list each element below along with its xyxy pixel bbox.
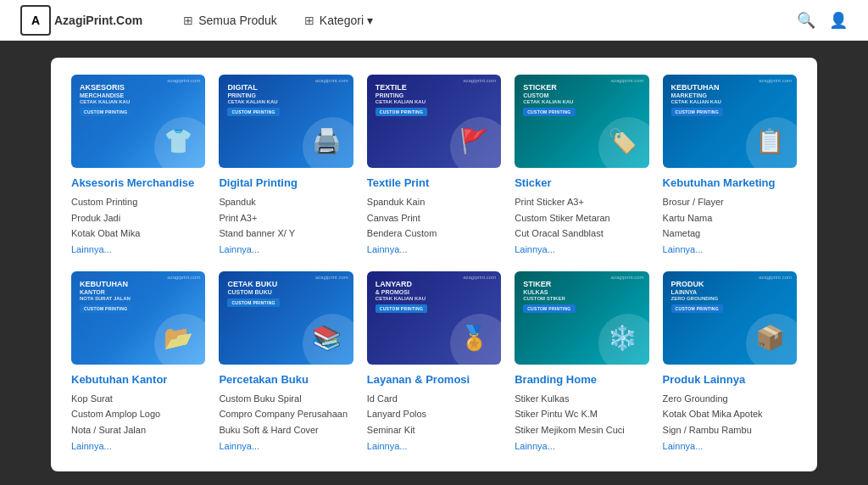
category-card-textile[interactable]: azagiprint.com TEXTILEPRINTING CETAK KAL… [367, 75, 501, 258]
more-link-kantor[interactable]: Lainnya... [71, 441, 112, 451]
cat-btn-kantor[interactable]: CUSTOM PRINTING [80, 304, 131, 313]
category-card-kantor[interactable]: azagiprint.com KEBUTUHANKANTOR NOTA SURA… [71, 271, 205, 454]
product-icon-digital: 🖨️ [303, 118, 350, 164]
grid2-icon: ⊞ [304, 14, 314, 27]
nav-kategori[interactable]: ⊞ Kategori ▾ [291, 0, 387, 41]
more-link-digital[interactable]: Lainnya... [219, 244, 259, 254]
category-items-marketing: Brosur / FlayerKartu NamaNametag Lainnya… [663, 194, 797, 258]
list-item: Buku Soft & Hard Cover [219, 422, 353, 438]
category-image-textile: azagiprint.com TEXTILEPRINTING CETAK KAL… [367, 75, 501, 168]
more-link-buku[interactable]: Lainnya... [219, 441, 259, 451]
category-items-digital: SpandukPrint A3+Stand banner X/ Y Lainny… [219, 194, 353, 258]
list-item: Stiker Kulkas [515, 391, 648, 407]
category-card-lanyard[interactable]: azagiprint.com LANYARD& PROMOSI CETAK KA… [367, 271, 501, 454]
category-title-buku: Percetakan Buku [219, 373, 353, 386]
category-items-kantor: Kop SuratCustom Amplop LogoNota / Surat … [71, 391, 205, 454]
category-items-lainnya: Zero GroundingKotak Obat Mika ApotekSign… [663, 391, 797, 454]
search-icon[interactable]: 🔍 [797, 11, 815, 30]
category-image-buku: azagiprint.com CETAK BUKUCUSTOM BUKU CUS… [219, 271, 353, 365]
watermark: azagiprint.com [315, 78, 348, 83]
list-item: Custom Buku Spiral [219, 391, 353, 407]
category-title-textile: Textile Print [367, 176, 501, 189]
category-card-digital[interactable]: azagiprint.com DIGITALPRINTING CETAK KAL… [219, 75, 353, 258]
logo-letter: A [31, 14, 40, 27]
more-link-lainnya[interactable]: Lainnya... [663, 441, 704, 451]
watermark: azagiprint.com [463, 78, 496, 83]
more-link-sticker[interactable]: Lainnya... [515, 244, 555, 254]
cat-btn-textile[interactable]: CUSTOM PRINTING [376, 108, 427, 116]
list-item: Nota / Surat Jalan [71, 422, 205, 438]
category-card-kulkas[interactable]: azagiprint.com STIKERKULKAS CUSTOM STIKE… [515, 271, 648, 454]
list-item: Kop Surat [71, 391, 205, 407]
list-item: Custom Stiker Metaran [515, 210, 648, 226]
list-item: Brosur / Flayer [663, 194, 797, 210]
category-items-aksesoris: Custom PrintingProduk JadiKotak Obat Mik… [71, 194, 205, 258]
list-item: Kotak Obat Mika [71, 226, 205, 242]
categories-grid: azagiprint.com AKSESORISMERCHANDISE CETA… [71, 75, 797, 454]
list-item: Cut Oracal Sandblast [515, 226, 648, 242]
product-icon-buku: 📚 [303, 315, 350, 361]
cat-btn-sticker[interactable]: CUSTOM PRINTING [523, 108, 575, 116]
cat-label-buku: CETAK BUKUCUSTOM BUKU CUSTOM PRINTING [227, 280, 279, 307]
product-icon-sticker: 🏷️ [599, 118, 646, 164]
nav-semua-produk[interactable]: ⊞ Semua Produk [170, 0, 291, 41]
category-items-sticker: Print Sticker A3+Custom Stiker MetaranCu… [515, 194, 648, 258]
list-item: Lanyard Polos [367, 406, 501, 422]
watermark: azagiprint.com [315, 275, 348, 280]
more-link-marketing[interactable]: Lainnya... [663, 244, 704, 254]
category-card-lainnya[interactable]: azagiprint.com PRODUKLAINNYA ZERO GROUND… [663, 271, 797, 454]
grid-icon: ⊞ [183, 14, 193, 27]
more-link-aksesoris[interactable]: Lainnya... [71, 244, 112, 254]
watermark: azagiprint.com [167, 78, 200, 83]
logo-text: AzagiPrint.Com [54, 14, 142, 27]
cat-label-digital: DIGITALPRINTING CETAK KALIAN KAU CUSTOM … [227, 83, 279, 116]
product-icon-lainnya: 📦 [747, 315, 793, 361]
category-items-textile: Spanduk KainCanvas PrintBendera Custom L… [367, 194, 501, 258]
cat-btn-digital[interactable]: CUSTOM PRINTING [227, 108, 279, 116]
logo-area[interactable]: A AzagiPrint.Com [20, 5, 142, 36]
logo-box: A [20, 5, 51, 36]
watermark: azagiprint.com [611, 78, 644, 83]
cat-btn-buku[interactable]: CUSTOM PRINTING [227, 298, 279, 307]
more-link-lanyard[interactable]: Lainnya... [367, 441, 408, 451]
cat-btn-marketing[interactable]: CUSTOM PRINTING [671, 108, 723, 116]
category-title-kulkas: Branding Home [515, 373, 648, 386]
cat-btn-aksesoris[interactable]: CUSTOM PRINTING [80, 108, 131, 116]
list-item: Sign / Rambu Rambu [663, 422, 797, 438]
list-item: Spanduk [219, 194, 353, 210]
header-right: 🔍 👤 [797, 11, 848, 30]
category-image-lanyard: azagiprint.com LANYARD& PROMOSI CETAK KA… [367, 271, 501, 365]
watermark: azagiprint.com [167, 275, 200, 280]
category-card-aksesoris[interactable]: azagiprint.com AKSESORISMERCHANDISE CETA… [71, 75, 205, 258]
list-item: Spanduk Kain [367, 194, 501, 210]
list-item: Stiker Pintu Wc K.M [515, 406, 648, 422]
watermark: azagiprint.com [611, 275, 644, 280]
category-card-buku[interactable]: azagiprint.com CETAK BUKUCUSTOM BUKU CUS… [219, 271, 353, 454]
category-image-marketing: azagiprint.com KEBUTUHANMARKETING CETAK … [663, 75, 797, 168]
category-title-kantor: Kebutuhan Kantor [71, 373, 205, 386]
list-item: Seminar Kit [367, 422, 501, 438]
more-link-kulkas[interactable]: Lainnya... [515, 441, 555, 451]
cat-label-kulkas: STIKERKULKAS CUSTOM STIKER CUSTOM PRINTI… [523, 280, 575, 313]
product-icon-textile: 🚩 [451, 118, 498, 164]
list-item: Custom Amplop Logo [71, 406, 205, 422]
cat-label-marketing: KEBUTUHANMARKETING CETAK KALIAN KAU CUST… [671, 83, 723, 116]
more-link-textile[interactable]: Lainnya... [367, 244, 408, 254]
category-card-sticker[interactable]: azagiprint.com STICKERCUSTOM CETAK KALIA… [515, 75, 648, 258]
list-item: Nametag [663, 226, 797, 242]
account-icon[interactable]: 👤 [829, 11, 848, 30]
category-card-marketing[interactable]: azagiprint.com KEBUTUHANMARKETING CETAK … [663, 75, 797, 258]
list-item: Compro Company Perusahaan [219, 406, 353, 422]
list-item: Custom Printing [71, 194, 205, 210]
category-image-lainnya: azagiprint.com PRODUKLAINNYA ZERO GROUND… [663, 271, 797, 365]
cat-btn-lanyard[interactable]: CUSTOM PRINTING [376, 304, 427, 313]
cat-btn-kulkas[interactable]: CUSTOM PRINTING [523, 304, 575, 313]
cat-label-lanyard: LANYARD& PROMOSI CETAK KALIAN KAU CUSTOM… [376, 280, 427, 313]
main-content: azagiprint.com AKSESORISMERCHANDISE CETA… [51, 58, 817, 471]
category-items-kulkas: Stiker KulkasStiker Pintu Wc K.MStiker M… [515, 391, 648, 454]
product-icon-kulkas: ❄️ [599, 315, 646, 361]
cat-btn-lainnya[interactable]: CUSTOM PRINTING [671, 304, 723, 313]
category-title-sticker: Sticker [515, 176, 648, 189]
list-item: Canvas Print [367, 210, 501, 226]
nav-semua-produk-label: Semua Produk [198, 14, 277, 27]
